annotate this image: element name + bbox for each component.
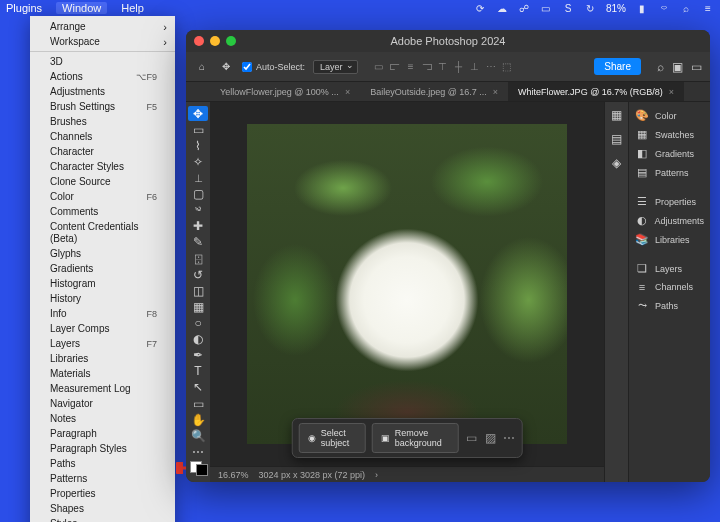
menu-item-brushes[interactable]: Brushes bbox=[30, 114, 175, 129]
menu-item-arrange[interactable]: Arrange bbox=[30, 19, 175, 34]
menu-item-layers[interactable]: LayersF7 bbox=[30, 336, 175, 351]
move-tool-icon[interactable]: ✥ bbox=[218, 59, 234, 75]
panel-layers[interactable]: ❏Layers bbox=[629, 259, 710, 278]
dodge-tool[interactable]: ◐ bbox=[188, 332, 208, 347]
frame-tool[interactable]: ▢ bbox=[188, 187, 208, 202]
strip-icon-2[interactable]: ▤ bbox=[611, 132, 622, 146]
menu-item-libraries[interactable]: Libraries bbox=[30, 351, 175, 366]
tab-close-icon[interactable]: × bbox=[669, 87, 674, 97]
menu-item-paths[interactable]: Paths bbox=[30, 456, 175, 471]
menu-item-adjustments[interactable]: Adjustments bbox=[30, 84, 175, 99]
menu-item-info[interactable]: InfoF8 bbox=[30, 306, 175, 321]
arrange-icon[interactable]: ▭ bbox=[691, 60, 702, 74]
panel-channels[interactable]: ≡Channels bbox=[629, 278, 710, 296]
menu-item-content-credentials-beta-[interactable]: Content Credentials (Beta) bbox=[30, 219, 175, 246]
menu-item-materials[interactable]: Materials bbox=[30, 366, 175, 381]
panel-adjustments[interactable]: ◐Adjustments bbox=[629, 211, 710, 230]
mask-icon[interactable]: ▨ bbox=[484, 429, 497, 447]
auto-select-target-dropdown[interactable]: Layer bbox=[313, 60, 358, 74]
menu-item-shapes[interactable]: Shapes bbox=[30, 501, 175, 516]
menu-item-measurement-log[interactable]: Measurement Log bbox=[30, 381, 175, 396]
canvas-area[interactable]: ◉Select subject ▣Remove background ▭ ▨ ⋯… bbox=[210, 102, 604, 482]
heal-tool[interactable]: ✚ bbox=[188, 219, 208, 234]
edit-tool[interactable]: ⋯ bbox=[188, 444, 208, 459]
document-tab[interactable]: YellowFlower.jpeg @ 100% ...× bbox=[210, 82, 360, 101]
stamp-tool[interactable]: ⌹ bbox=[188, 251, 208, 266]
panel-libraries[interactable]: 📚Libraries bbox=[629, 230, 710, 249]
deselect-icon[interactable]: ▭ bbox=[465, 429, 478, 447]
menu-item-styles[interactable]: Styles bbox=[30, 516, 175, 522]
menu-item-paragraph-styles[interactable]: Paragraph Styles bbox=[30, 441, 175, 456]
move-tool[interactable]: ✥ bbox=[188, 106, 208, 121]
window-maximize-button[interactable] bbox=[226, 36, 236, 46]
share-button[interactable]: Share bbox=[594, 58, 641, 75]
type-tool[interactable]: T bbox=[188, 364, 208, 379]
gradient-tool[interactable]: ▦ bbox=[188, 299, 208, 314]
menu-item-paragraph[interactable]: Paragraph bbox=[30, 426, 175, 441]
document-image[interactable] bbox=[247, 124, 567, 444]
eyedrop-tool[interactable]: ༄ bbox=[188, 203, 208, 218]
menu-item-patterns[interactable]: Patterns bbox=[30, 471, 175, 486]
menu-item-workspace[interactable]: Workspace bbox=[30, 34, 175, 49]
hand-tool[interactable]: ✋ bbox=[188, 412, 208, 427]
menu-item-glyphs[interactable]: Glyphs bbox=[30, 246, 175, 261]
menu-item-navigator[interactable]: Navigator bbox=[30, 396, 175, 411]
path-tool[interactable]: ↖ bbox=[188, 380, 208, 395]
panel-swatches[interactable]: ▦Swatches bbox=[629, 125, 710, 144]
search-ps-icon[interactable]: ⌕ bbox=[657, 60, 664, 74]
brush-tool[interactable]: ✎ bbox=[188, 235, 208, 250]
window-close-button[interactable] bbox=[194, 36, 204, 46]
menu-item-histogram[interactable]: Histogram bbox=[30, 276, 175, 291]
marquee-tool[interactable]: ▭ bbox=[188, 122, 208, 137]
rect-tool[interactable]: ▭ bbox=[188, 396, 208, 411]
eraser-tool[interactable]: ◫ bbox=[188, 283, 208, 298]
menu-item-gradients[interactable]: Gradients bbox=[30, 261, 175, 276]
align-top-icon[interactable]: ⊤ bbox=[436, 60, 450, 74]
home-icon[interactable]: ⌂ bbox=[194, 59, 210, 75]
menu-item-notes[interactable]: Notes bbox=[30, 411, 175, 426]
menu-item-character[interactable]: Character bbox=[30, 144, 175, 159]
panel-gradients[interactable]: ◧Gradients bbox=[629, 144, 710, 163]
workspace-icon[interactable]: ▣ bbox=[672, 60, 683, 74]
strip-icon-3[interactable]: ◈ bbox=[612, 156, 621, 170]
menu-window[interactable]: Window bbox=[56, 2, 107, 14]
contextual-task-bar[interactable]: ◉Select subject ▣Remove background ▭ ▨ ⋯ bbox=[292, 418, 523, 458]
menu-item-actions[interactable]: Actions⌥F9 bbox=[30, 69, 175, 84]
align-center-h-icon[interactable]: ≡ bbox=[404, 60, 418, 74]
menu-item-3d[interactable]: 3D bbox=[30, 54, 175, 69]
align-right-icon[interactable]: ⫎ bbox=[420, 60, 434, 74]
wand-tool[interactable]: ✧ bbox=[188, 154, 208, 169]
menu-plugins[interactable]: Plugins bbox=[6, 2, 42, 14]
panel-paths[interactable]: ⤳Paths bbox=[629, 296, 710, 315]
menu-item-layer-comps[interactable]: Layer Comps bbox=[30, 321, 175, 336]
tab-close-icon[interactable]: × bbox=[345, 87, 350, 97]
panel-color[interactable]: 🎨Color bbox=[629, 106, 710, 125]
select-subject-button[interactable]: ◉Select subject bbox=[299, 423, 366, 453]
panel-patterns[interactable]: ▤Patterns bbox=[629, 163, 710, 182]
status-chevron-icon[interactable]: › bbox=[375, 470, 378, 480]
menu-item-character-styles[interactable]: Character Styles bbox=[30, 159, 175, 174]
more-align-icon[interactable]: ⋯ bbox=[484, 60, 498, 74]
panel-properties[interactable]: ☰Properties bbox=[629, 192, 710, 211]
menu-item-brush-settings[interactable]: Brush SettingsF5 bbox=[30, 99, 175, 114]
crop-tool[interactable]: ⟂ bbox=[188, 170, 208, 185]
align-bottom-icon[interactable]: ⊥ bbox=[468, 60, 482, 74]
menu-item-channels[interactable]: Channels bbox=[30, 129, 175, 144]
3d-mode-icon[interactable]: ⬚ bbox=[500, 60, 514, 74]
window-minimize-button[interactable] bbox=[210, 36, 220, 46]
menu-item-history[interactable]: History bbox=[30, 291, 175, 306]
window-menu-dropdown[interactable]: ArrangeWorkspace3DActions⌥F9AdjustmentsB… bbox=[30, 16, 175, 522]
strip-icon-1[interactable]: ▦ bbox=[611, 108, 622, 122]
auto-select-checkbox[interactable]: Auto-Select: bbox=[242, 62, 305, 72]
history-tool[interactable]: ↺ bbox=[188, 267, 208, 282]
menu-item-comments[interactable]: Comments bbox=[30, 204, 175, 219]
remove-background-button[interactable]: ▣Remove background bbox=[372, 423, 459, 453]
tab-close-icon[interactable]: × bbox=[493, 87, 498, 97]
menu-item-color[interactable]: ColorF6 bbox=[30, 189, 175, 204]
more-icon[interactable]: ⋯ bbox=[502, 429, 515, 447]
transform-controls-icon[interactable]: ▭ bbox=[372, 60, 386, 74]
document-tab[interactable]: WhiteFlower.JPG @ 16.7% (RGB/8)× bbox=[508, 82, 684, 101]
align-left-icon[interactable]: ⫍ bbox=[388, 60, 402, 74]
align-middle-icon[interactable]: ┼ bbox=[452, 60, 466, 74]
foreground-background-swatch[interactable] bbox=[190, 461, 206, 474]
